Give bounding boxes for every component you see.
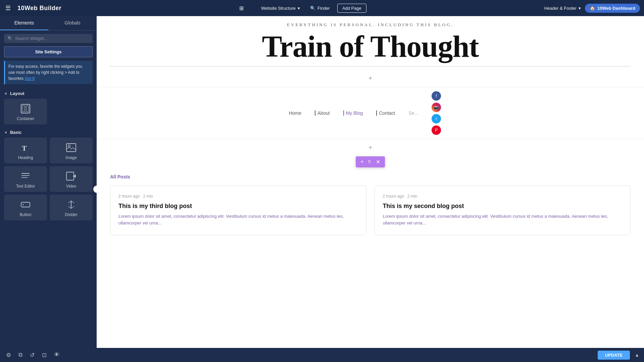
sidebar: Elements Globals 🔍 Site Settings For eas…: [0, 16, 97, 362]
update-dropdown-icon[interactable]: ▲: [635, 352, 639, 358]
divider-icon: [66, 199, 77, 210]
svg-rect-4: [66, 144, 76, 152]
container-icon: [20, 103, 31, 114]
nav-bar: Home About My Blog Contact Se... f 📷 t P: [97, 87, 644, 139]
basic-section-header[interactable]: ▼ Basic: [0, 128, 97, 138]
post-readtime-1: 2 min: [143, 194, 153, 199]
posts-filter-label: Posts: [117, 174, 130, 179]
layout-section-label: Layout: [10, 91, 24, 96]
svg-rect-2: [26, 106, 29, 112]
widget-button[interactable]: Button: [4, 195, 47, 220]
got-it-link[interactable]: Got It: [25, 76, 35, 81]
widget-image[interactable]: Image: [50, 138, 93, 163]
site-divider: [110, 66, 631, 66]
toolbar-add-button[interactable]: +: [358, 158, 365, 166]
finder-button[interactable]: 🔍 Finder: [307, 4, 333, 12]
heading-icon: T: [20, 142, 31, 153]
grid-icon[interactable]: ⊞: [239, 5, 244, 11]
preview-icon[interactable]: 👁: [53, 350, 61, 360]
history-icon[interactable]: ↺: [29, 350, 36, 360]
svg-text:T: T: [22, 144, 27, 152]
nav-social: f 📷 t P: [432, 91, 452, 135]
chevron-down-icon-hf: ▾: [579, 6, 581, 11]
topbar-right: Header & Footer ▾ 🏠 10Web Dashboard: [544, 4, 640, 13]
post-card-2[interactable]: 2 hours ago 2 min This is my second blog…: [375, 186, 631, 236]
add-page-button[interactable]: Add Page: [337, 4, 366, 13]
basic-section-label: Basic: [10, 130, 22, 135]
app-logo: 10Web Builder: [17, 5, 61, 12]
post-title-2: This is my second blog post: [383, 203, 623, 210]
svg-rect-1: [22, 106, 25, 112]
section-toolbar-inner: + ⠿ ✕: [356, 156, 385, 167]
add-section-above-button[interactable]: +: [97, 70, 644, 87]
toolbar-close-button[interactable]: ✕: [374, 158, 382, 166]
search-icon: 🔍: [7, 36, 13, 41]
canvas: EVERYTHING IS PERSONAL. INCLUDING THIS B…: [97, 16, 644, 362]
home-icon: 🏠: [590, 6, 595, 11]
hamburger-icon[interactable]: ☰: [4, 3, 12, 13]
widget-container[interactable]: Container: [4, 99, 47, 124]
add-section-below-nav-button[interactable]: +: [97, 139, 644, 156]
posts-area: All Posts 2 hours ago 2 min This is my t…: [97, 167, 644, 249]
facebook-icon[interactable]: f: [432, 91, 441, 101]
topbar: ☰ 10Web Builder ⊞ Website Structure ▾ 🔍 …: [0, 0, 644, 16]
bottom-toolbar: ⚙ ⧉ ↺ ⊡ 👁 UPDATE ▲: [0, 348, 644, 362]
nav-search[interactable]: Se...: [408, 110, 418, 116]
widget-button-label: Button: [20, 212, 32, 217]
widget-video[interactable]: Video: [50, 166, 93, 192]
widget-text-editor[interactable]: Text Editor: [4, 166, 47, 192]
search-icon: 🔍: [310, 6, 315, 11]
chevron-down-icon-layout: ▼: [4, 92, 8, 96]
post-time-2: 2 hours ago: [383, 194, 404, 199]
svg-rect-11: [21, 202, 30, 207]
post-card-1[interactable]: 2 hours ago 2 min This is my third blog …: [110, 186, 366, 236]
update-button[interactable]: UPDATE: [598, 351, 630, 360]
text-editor-icon: [20, 171, 31, 182]
layout-section-header[interactable]: ▼ Layout: [0, 89, 97, 99]
posts-filter: All Posts: [110, 174, 631, 179]
nav-item-myblog[interactable]: My Blog: [343, 110, 363, 116]
post-excerpt-1: Lorem ipsum dolor sit amet, consectetur …: [118, 213, 358, 227]
pinterest-icon[interactable]: P: [432, 125, 441, 135]
topbar-center: Website Structure ▾ 🔍 Finder Add Page: [258, 4, 366, 13]
svg-marker-10: [73, 174, 76, 178]
nav-item-contact[interactable]: Contact: [376, 110, 395, 116]
widget-image-label: Image: [65, 155, 77, 160]
site-title: Train of Thought: [110, 31, 631, 63]
responsive-icon[interactable]: ⊡: [41, 350, 48, 360]
settings-icon[interactable]: ⚙: [5, 350, 12, 360]
widget-text-editor-label: Text Editor: [16, 184, 35, 189]
search-input[interactable]: [15, 36, 89, 41]
site-settings-button[interactable]: Site Settings: [4, 46, 93, 57]
sidebar-tabs: Elements Globals: [0, 16, 97, 31]
widget-divider-label: Divider: [65, 212, 77, 217]
image-icon: [66, 142, 77, 153]
instagram-icon[interactable]: 📷: [432, 103, 441, 112]
main-layout: Elements Globals 🔍 Site Settings For eas…: [0, 16, 644, 362]
website-structure-button[interactable]: Website Structure ▾: [258, 4, 303, 12]
svg-rect-9: [66, 172, 74, 180]
tab-globals[interactable]: Globals: [48, 16, 97, 30]
content-section: + + ⠿ ✕ All Posts: [97, 139, 644, 249]
section-toolbar: + ⠿ ✕: [97, 156, 644, 167]
nav-section: + Home About My Blog Contact Se... f 📷 t…: [97, 70, 644, 139]
layout-widget-grid: Container: [0, 99, 97, 128]
dashboard-button[interactable]: 🏠 10Web Dashboard: [585, 4, 640, 13]
widget-divider[interactable]: Divider: [50, 195, 93, 220]
site-tagline: EVERYTHING IS PERSONAL. INCLUDING THIS B…: [110, 22, 631, 28]
post-title-1: This is my third blog post: [118, 203, 358, 210]
finder-label: Finder: [317, 6, 330, 11]
website-structure-label: Website Structure: [261, 6, 296, 11]
nav-item-about[interactable]: About: [315, 110, 330, 116]
widget-heading[interactable]: T Heading: [4, 138, 47, 163]
tab-elements[interactable]: Elements: [0, 16, 48, 30]
posts-filter-active[interactable]: All: [110, 174, 116, 179]
twitter-icon[interactable]: t: [432, 114, 441, 123]
post-meta-1: 2 hours ago 2 min: [118, 194, 358, 199]
nav-item-home[interactable]: Home: [289, 110, 301, 116]
widget-heading-label: Heading: [18, 155, 33, 160]
layers-icon[interactable]: ⧉: [17, 350, 24, 360]
header-footer-button[interactable]: Header & Footer ▾: [544, 6, 581, 11]
toolbar-drag-handle[interactable]: ⠿: [366, 158, 373, 165]
widget-container-label: Container: [17, 116, 34, 121]
